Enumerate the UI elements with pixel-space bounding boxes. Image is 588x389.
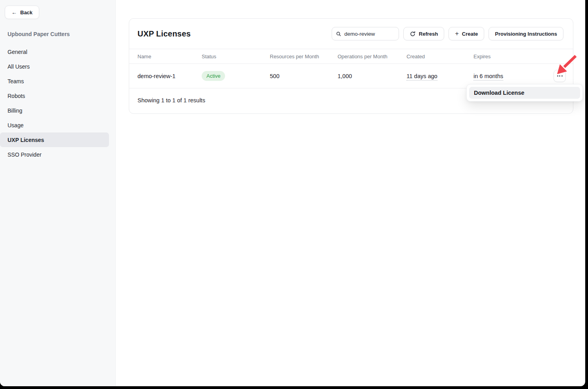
- create-button[interactable]: + Create: [449, 27, 484, 40]
- created-cell: 11 days ago: [407, 73, 473, 79]
- refresh-button[interactable]: Refresh: [403, 27, 444, 40]
- sidebar-item-billing[interactable]: Billing: [0, 103, 109, 118]
- status-badge: Active: [202, 71, 225, 81]
- sidebar-item-all-users[interactable]: All Users: [0, 59, 109, 74]
- app-window: ← Back Upbound Paper Cutters General All…: [0, 0, 585, 386]
- card-header: UXP Licenses Refresh: [129, 19, 573, 49]
- sidebar-nav: General All Users Teams Robots Billing U…: [0, 44, 115, 162]
- search-icon: [336, 31, 341, 37]
- table-header-row: Name Status Resources per Month Operatio…: [129, 49, 573, 64]
- settings-sidebar: ← Back Upbound Paper Cutters General All…: [0, 0, 116, 386]
- sidebar-item-robots[interactable]: Robots: [0, 88, 109, 103]
- organization-name: Upbound Paper Cutters: [8, 31, 115, 37]
- row-actions-cell: [545, 70, 566, 82]
- toolbar: Refresh + Create Provisioning Instructio…: [332, 27, 563, 40]
- search-box[interactable]: [332, 27, 399, 40]
- back-button-label: Back: [20, 10, 32, 15]
- create-button-label: Create: [462, 31, 478, 37]
- provisioning-instructions-label: Provisioning Instructions: [495, 31, 557, 37]
- column-header-name: Name: [137, 54, 202, 59]
- refresh-icon: [410, 31, 416, 37]
- refresh-button-label: Refresh: [419, 31, 438, 37]
- created-value[interactable]: 11 days ago: [407, 73, 437, 80]
- expires-cell: in 6 months: [473, 73, 545, 79]
- license-status-cell: Active: [202, 71, 270, 81]
- column-header-expires: Expires: [473, 54, 545, 59]
- column-header-status: Status: [202, 54, 270, 59]
- ellipsis-icon: [557, 75, 558, 77]
- sidebar-item-usage[interactable]: Usage: [0, 118, 109, 132]
- sidebar-item-sso-provider[interactable]: SSO Provider: [0, 147, 109, 162]
- resources-per-month-value: 500: [270, 73, 338, 79]
- page-title: UXP Licenses: [137, 29, 191, 38]
- column-header-created: Created: [407, 54, 473, 59]
- expires-value[interactable]: in 6 months: [473, 73, 503, 80]
- sidebar-item-teams[interactable]: Teams: [0, 74, 109, 88]
- sidebar-item-uxp-licenses[interactable]: UXP Licenses: [0, 132, 109, 147]
- search-input[interactable]: [344, 31, 395, 37]
- column-header-operations: Operations per Month: [338, 54, 407, 59]
- results-count-text: Showing 1 to 1 of 1 results: [137, 97, 205, 103]
- license-name: demo-review-1: [137, 73, 202, 79]
- row-actions-menu-button[interactable]: [554, 70, 566, 82]
- row-actions-dropdown: Download License: [466, 84, 583, 102]
- download-license-menu-item[interactable]: Download License: [469, 87, 580, 99]
- plus-icon: +: [455, 31, 458, 37]
- back-arrow-icon: ←: [11, 10, 17, 15]
- back-button[interactable]: ← Back: [5, 6, 39, 19]
- sidebar-item-general[interactable]: General: [0, 44, 109, 59]
- provisioning-instructions-button[interactable]: Provisioning Instructions: [489, 27, 563, 40]
- operations-per-month-value: 1,000: [338, 73, 407, 79]
- column-header-resources: Resources per Month: [270, 54, 338, 59]
